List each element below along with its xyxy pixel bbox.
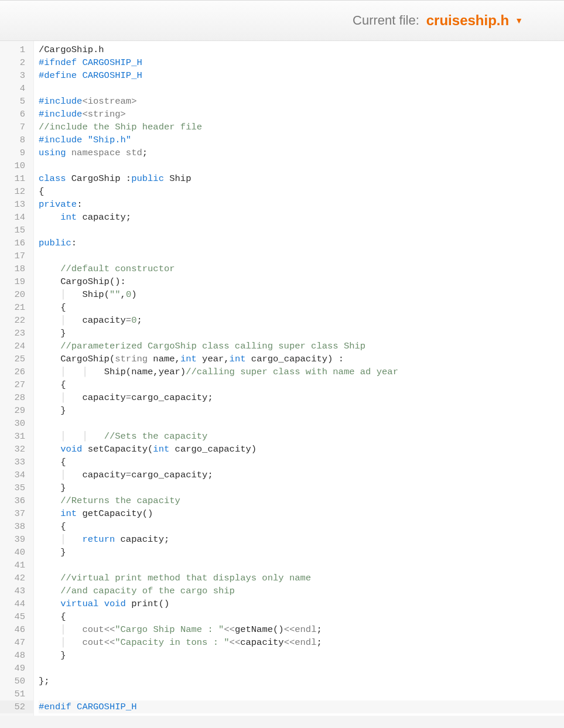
line-number-gutter: 1234567891011121314151617181920212223242… xyxy=(0,41,34,716)
code-token: } xyxy=(39,405,66,416)
code-line[interactable]: #define CARGOSHIP_H xyxy=(39,69,564,82)
code-line[interactable]: { xyxy=(39,301,564,314)
code-token: } xyxy=(39,547,66,558)
code-line[interactable] xyxy=(39,159,564,172)
code-token: endl xyxy=(295,624,316,635)
line-number: 35 xyxy=(0,481,33,494)
code-line[interactable]: │ capacity=0; xyxy=(39,314,564,327)
line-number: 5 xyxy=(0,95,33,108)
line-number: 28 xyxy=(0,391,33,404)
code-editor[interactable]: 1234567891011121314151617181920212223242… xyxy=(0,41,564,716)
code-token: print() xyxy=(131,599,169,609)
code-line[interactable]: │ cout<<"Capacity in tons : "<<capacity<… xyxy=(39,636,564,649)
code-line[interactable]: │ │ //Sets the capacity xyxy=(39,430,564,443)
code-line[interactable]: } xyxy=(39,327,564,340)
code-line[interactable]: } xyxy=(39,481,564,494)
code-line[interactable]: #ifndef CARGOSHIP_H xyxy=(39,56,564,69)
code-token: capacity xyxy=(82,470,125,480)
code-line[interactable]: //and capacity of the cargo ship xyxy=(39,585,564,597)
code-line[interactable]: int capacity; xyxy=(39,211,564,224)
current-file-name[interactable]: cruiseship.h xyxy=(426,12,509,29)
code-line[interactable] xyxy=(39,249,564,262)
code-line[interactable]: { xyxy=(39,610,564,623)
code-token: //parameterized CargoShip class calling … xyxy=(60,341,365,351)
code-line[interactable]: │ │ Ship(name,year)//calling super class… xyxy=(39,365,564,378)
line-number: 27 xyxy=(0,378,33,391)
code-line[interactable] xyxy=(39,688,564,700)
code-line[interactable]: } xyxy=(39,404,564,417)
code-line[interactable] xyxy=(39,224,564,237)
line-number: 24 xyxy=(0,340,33,353)
code-line[interactable]: //Returns the capacity xyxy=(39,494,564,507)
line-number: 45 xyxy=(0,610,33,623)
code-line[interactable]: #include<iostream> xyxy=(39,95,564,108)
code-token: , xyxy=(121,289,126,300)
line-number: 34 xyxy=(0,469,33,481)
code-line[interactable]: #include<string> xyxy=(39,108,564,121)
code-line[interactable]: public: xyxy=(39,237,564,249)
code-token: cout xyxy=(82,637,104,648)
code-line[interactable]: //virtual print method that displays onl… xyxy=(39,572,564,585)
code-line[interactable]: //include the Ship header file xyxy=(39,121,564,134)
line-number: 52 xyxy=(0,700,33,713)
code-token xyxy=(39,431,60,442)
code-line[interactable]: class CargoShip :public Ship xyxy=(39,172,564,185)
code-line[interactable] xyxy=(39,662,564,675)
code-line[interactable]: │ cout<<"Cargo Ship Name : "<<getName()<… xyxy=(39,623,564,636)
code-token: capacity; xyxy=(82,212,131,223)
code-token: │ xyxy=(60,470,82,480)
code-line[interactable]: { xyxy=(39,185,564,198)
code-line[interactable]: #include "Ship.h" xyxy=(39,134,564,146)
code-line[interactable]: #endif CARGOSHIP_H xyxy=(39,700,564,713)
code-line[interactable]: CargoShip(string name,int year,int cargo… xyxy=(39,353,564,365)
chevron-down-icon[interactable]: ▼ xyxy=(515,16,523,25)
line-number: 26 xyxy=(0,365,33,378)
code-token: │ xyxy=(60,315,82,326)
code-token xyxy=(39,586,60,596)
code-token: Ship(name,year) xyxy=(104,367,186,377)
code-line[interactable]: virtual void print() xyxy=(39,597,564,610)
line-number: 37 xyxy=(0,507,33,520)
code-line[interactable]: } xyxy=(39,649,564,662)
code-line[interactable]: { xyxy=(39,378,564,391)
line-number: 49 xyxy=(0,662,33,675)
code-token: cargo_capacity) xyxy=(175,444,257,454)
code-line[interactable] xyxy=(39,82,564,95)
line-number: 50 xyxy=(0,675,33,688)
code-line[interactable]: │ Ship("",0) xyxy=(39,288,564,301)
code-token: ; xyxy=(316,624,322,635)
code-line[interactable] xyxy=(39,417,564,430)
code-token: int xyxy=(60,508,82,519)
code-token: = xyxy=(126,392,131,403)
code-line[interactable]: /CargoShip.h xyxy=(39,43,564,56)
code-line[interactable]: //default constructor xyxy=(39,262,564,275)
code-line[interactable]: { xyxy=(39,456,564,469)
code-token: Ship( xyxy=(82,289,110,300)
line-number: 22 xyxy=(0,314,33,327)
code-token xyxy=(39,341,60,351)
code-line[interactable]: │ capacity=cargo_capacity; xyxy=(39,391,564,404)
code-line[interactable]: }; xyxy=(39,675,564,688)
code-line[interactable]: CargoShip(): xyxy=(39,275,564,288)
line-number: 21 xyxy=(0,301,33,314)
code-token: public xyxy=(39,238,71,248)
code-line[interactable]: void setCapacity(int cargo_capacity) xyxy=(39,443,564,456)
code-line[interactable]: │ return capacity; xyxy=(39,533,564,546)
code-line[interactable]: } xyxy=(39,546,564,559)
code-token: "" xyxy=(110,289,121,300)
code-line[interactable]: //parameterized CargoShip class calling … xyxy=(39,340,564,353)
code-line[interactable]: int getCapacity() xyxy=(39,507,564,520)
code-line[interactable]: { xyxy=(39,520,564,533)
code-token: <iostream> xyxy=(82,96,136,107)
code-token xyxy=(39,624,60,635)
code-token: { xyxy=(39,521,66,532)
code-token: { xyxy=(39,611,66,622)
code-token: │ xyxy=(60,534,82,545)
code-line[interactable] xyxy=(39,559,564,572)
code-area[interactable]: /CargoShip.h#ifndef CARGOSHIP_H#define C… xyxy=(34,41,564,716)
code-line[interactable]: │ capacity=cargo_capacity; xyxy=(39,469,564,481)
code-token: ; xyxy=(316,637,322,648)
code-line[interactable]: using namespace std; xyxy=(39,146,564,159)
code-token: capacity xyxy=(82,392,125,403)
code-line[interactable]: private: xyxy=(39,198,564,211)
